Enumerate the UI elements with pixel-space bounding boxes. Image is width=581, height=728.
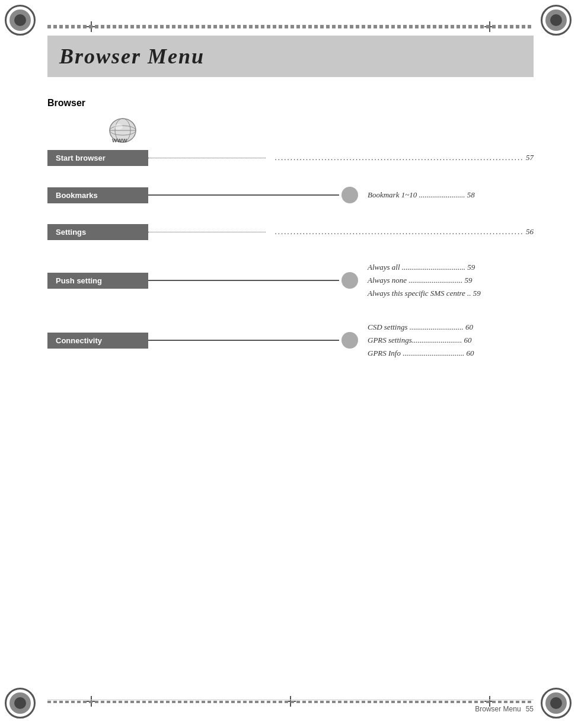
push-setting-connector: [148, 272, 358, 289]
bookmarks-desc: Bookmark 1~10 ........................ 5…: [368, 189, 534, 202]
connectivity-item-2: GPRS settings.......................... …: [368, 336, 472, 344]
connectivity-item-3: GPRS Info ..............................…: [368, 349, 474, 357]
start-browser-desc: ........................................…: [275, 152, 534, 164]
corner-decoration-br: [541, 688, 576, 723]
bookmarks-desc-text: Bookmark 1~10 ........................ 5…: [368, 190, 475, 199]
svg-point-4: [114, 124, 123, 130]
dotted-line: [148, 158, 266, 158]
connectivity-line: [148, 340, 339, 341]
bookmarks-connector: [148, 187, 358, 203]
start-browser-page: 57: [526, 153, 534, 162]
push-connector-line: [148, 280, 339, 281]
page-title: Browser Menu: [59, 44, 205, 69]
bookmarks-row: Bookmarks Bookmark 1~10 ................…: [47, 187, 534, 203]
www-globe-icon: WWW: [107, 117, 139, 144]
corner-decoration-tr: [541, 5, 576, 40]
push-item-3: Always this specific SMS centre .. 59: [368, 289, 481, 298]
connectivity-connector: [148, 332, 358, 349]
connectivity-item-1: CSD settings ...........................…: [368, 323, 473, 331]
main-content: Browser WWW Start browser ..............…: [47, 86, 534, 692]
settings-button[interactable]: Settings: [47, 224, 148, 240]
settings-row: Settings ...............................…: [47, 224, 534, 240]
footer-page-number: 55: [526, 705, 534, 713]
connectivity-button[interactable]: Connectivity: [47, 333, 148, 349]
page-header: Browser Menu: [47, 36, 534, 77]
connectivity-row: Connectivity CSD settings ..............…: [47, 321, 534, 360]
push-setting-button[interactable]: Push setting: [47, 273, 148, 289]
connectivity-circle: [341, 332, 358, 349]
footer-label: Browser Menu: [475, 705, 521, 713]
settings-desc: ........................................…: [275, 226, 534, 238]
push-connector-circle: [341, 272, 358, 289]
connectivity-desc: CSD settings ...........................…: [368, 321, 534, 360]
section-heading: Browser: [47, 98, 534, 108]
connector-circle: [341, 187, 358, 203]
push-item-2: Always none ............................…: [368, 276, 473, 285]
start-browser-button[interactable]: Start browser: [47, 150, 148, 166]
bottom-decorative-bar: [47, 701, 534, 703]
push-setting-row: Push setting Always all ................…: [47, 261, 534, 300]
settings-connector: [148, 232, 266, 232]
push-item-1: Always all .............................…: [368, 263, 475, 272]
settings-page: 56: [526, 227, 534, 236]
settings-dotted-line: [148, 232, 266, 232]
bookmarks-button[interactable]: Bookmarks: [47, 187, 148, 203]
connector-line: [148, 194, 339, 196]
corner-decoration-tl: [5, 5, 40, 40]
start-browser-connector: [148, 158, 266, 158]
top-decorative-bar: [47, 25, 534, 28]
start-browser-row: Start browser ..........................…: [47, 150, 534, 166]
push-setting-desc: Always all .............................…: [368, 261, 534, 300]
corner-decoration-bl: [5, 688, 40, 723]
svg-text:WWW: WWW: [112, 138, 127, 143]
